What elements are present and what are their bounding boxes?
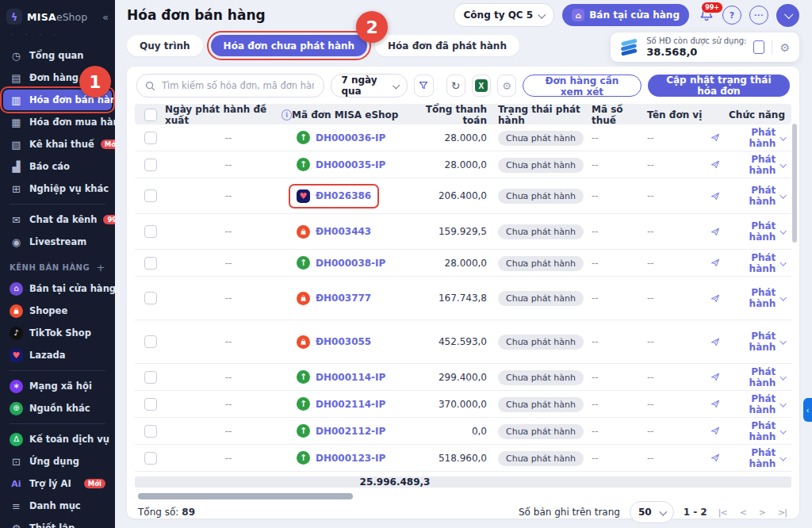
- tab-hoa-don-chua-phat-hanh[interactable]: Hóa đơn chưa phát hành2: [211, 35, 367, 56]
- chevron-down-icon: [538, 10, 546, 18]
- order-code-link[interactable]: DH002112-IP: [316, 426, 385, 437]
- sidebar-item-nguon-khac[interactable]: ⊕Nguồn khác: [3, 398, 112, 419]
- filter-button[interactable]: [414, 75, 433, 97]
- next-page-button[interactable]: >: [757, 507, 767, 518]
- store-icon: ⌂: [10, 282, 23, 296]
- sidebar-divider: [10, 423, 105, 424]
- sidebar-collapse-icon[interactable]: «: [102, 11, 109, 23]
- per-page-select[interactable]: 50: [630, 501, 674, 523]
- publish-action[interactable]: Phát hành: [710, 154, 785, 176]
- publish-action[interactable]: Phát hành: [710, 287, 785, 309]
- sidebar-item-ke-khai-thue[interactable]: ▧Kê khai thuếMới: [3, 134, 112, 155]
- sidebar-item-danh-muc[interactable]: ≡Danh mục: [3, 495, 112, 516]
- help-button[interactable]: ?: [722, 6, 741, 25]
- table-settings-button[interactable]: ⚙: [497, 75, 516, 97]
- order-code-link[interactable]: DH000123-IP: [316, 453, 385, 464]
- table-row[interactable]: -- ♥ĐH026386 206.400,0 Chưa phát hành --…: [135, 178, 791, 214]
- row-checkbox[interactable]: [144, 452, 157, 465]
- table-row[interactable]: -- ↑DH000035-IP 28.000,0 Chưa phát hành …: [135, 151, 791, 178]
- sidebar-item-nghiep-vu-khac[interactable]: ⊞Nghiệp vụ khác: [3, 178, 112, 199]
- sidebar-item-hoa-don-mua-hang[interactable]: ▦Hóa đơn mua hàng: [3, 112, 112, 132]
- sidebar-item-bao-cao[interactable]: ▟Báo cáo: [3, 156, 112, 177]
- store-channel-button[interactable]: ⌂ Bán tại cửa hàng: [562, 4, 689, 26]
- first-page-button[interactable]: |<: [717, 507, 729, 518]
- user-avatar-button[interactable]: [776, 4, 799, 27]
- table-row[interactable]: -- ↑DH000114-IP 299.400,0 Chưa phát hành…: [135, 364, 791, 391]
- publish-action[interactable]: Phát hành: [710, 366, 785, 388]
- publish-action[interactable]: Phát hành: [710, 252, 785, 274]
- vertical-scrollbar[interactable]: [792, 124, 797, 243]
- quota-settings-icon[interactable]: ⚙: [779, 41, 790, 54]
- publish-action[interactable]: Phát hành: [710, 447, 785, 469]
- order-code-link[interactable]: DH000038-IP: [316, 258, 385, 269]
- more-button[interactable]: ···: [749, 6, 768, 25]
- sidebar-item-hoa-don-ban-hang[interactable]: ▥Hóa đơn bán hàng1: [3, 90, 112, 110]
- sidebar-item-tong-quan[interactable]: ◷Tổng quan: [3, 45, 112, 66]
- date-range-select[interactable]: 7 ngày qua: [331, 74, 408, 98]
- order-code-link[interactable]: DH000036-IP: [316, 132, 385, 143]
- publish-action[interactable]: Phát hành: [710, 220, 785, 243]
- order-code-cell: ↑DH000036-IP: [292, 128, 390, 147]
- order-code-link[interactable]: ĐH003443: [316, 226, 371, 237]
- table-row[interactable]: -- ↑DH002112-IP 0,0 Chưa phát hành -- --…: [135, 418, 791, 445]
- last-page-button[interactable]: >|: [776, 507, 788, 518]
- publish-action[interactable]: Phát hành: [710, 185, 785, 207]
- sidebar-item-shopee[interactable]: Shopee: [3, 300, 112, 321]
- tab-hoa-don-da-phat-hanh[interactable]: Hóa đơn đã phát hành: [375, 35, 519, 56]
- company-select[interactable]: Công ty QC 5: [454, 3, 555, 27]
- order-code-link[interactable]: ĐH003777: [316, 293, 371, 304]
- sidebar-item-lazada[interactable]: ♥Lazada: [3, 345, 112, 365]
- select-all-checkbox[interactable]: [144, 109, 157, 121]
- row-checkbox[interactable]: [144, 257, 157, 270]
- table-row[interactable]: -- ↑DH000123-IP 518.960,0 Chưa phát hành…: [135, 445, 791, 472]
- export-excel-button[interactable]: X: [472, 75, 491, 97]
- table-row[interactable]: -- ĐH003443 159.929,5 Chưa phát hành -- …: [135, 214, 791, 250]
- sidebar-item-thiet-lap[interactable]: ⚙Thiết lập: [3, 518, 112, 528]
- sidebar-item-ung-dung[interactable]: ⊡Ứng dụng: [3, 451, 112, 472]
- review-orders-button[interactable]: Đơn hàng cần xem xét: [523, 75, 642, 97]
- publish-action[interactable]: Phát hành: [710, 127, 785, 149]
- order-code-link[interactable]: DH002114-IP: [316, 399, 385, 410]
- sidebar-item-tro-ly-ai[interactable]: AiTrợ lý AIMới: [3, 473, 112, 494]
- order-code-link[interactable]: ĐH003055: [316, 336, 371, 347]
- table-row[interactable]: -- ĐH003777 167.743,8 Chưa phát hành -- …: [135, 277, 791, 320]
- panel-collapse-tab[interactable]: ‹: [803, 398, 812, 422]
- refresh-button[interactable]: ↻: [446, 75, 465, 97]
- order-code-link[interactable]: ĐH026386: [316, 190, 371, 201]
- chevron-down-icon: [780, 134, 787, 140]
- row-checkbox[interactable]: [144, 371, 157, 384]
- table-row[interactable]: -- ↑DH000036-IP 28.000,0 Chưa phát hành …: [135, 124, 791, 151]
- search-input[interactable]: [160, 79, 316, 92]
- scrollbar-thumb[interactable]: [138, 493, 353, 499]
- sidebar-item-ke-toan-dich-vu[interactable]: ∆Kế toán dịch vụ: [3, 429, 112, 450]
- add-channel-icon[interactable]: +: [97, 262, 105, 274]
- table-row[interactable]: -- ↑DH000038-IP 28.000,0 Chưa phát hành …: [135, 250, 791, 277]
- row-checkbox[interactable]: [144, 132, 157, 144]
- order-code-link[interactable]: DH000114-IP: [316, 372, 385, 383]
- row-checkbox[interactable]: [144, 398, 157, 411]
- sidebar-item-livestream[interactable]: ◉Livestream: [3, 231, 112, 252]
- sidebar-item-chat-da-kenh[interactable]: ✉Chat đa kênh99+: [3, 209, 112, 230]
- publish-action[interactable]: Phát hành: [710, 331, 785, 353]
- row-checkbox[interactable]: [144, 159, 157, 171]
- row-checkbox[interactable]: [144, 189, 157, 202]
- row-checkbox[interactable]: [144, 225, 157, 238]
- table-row[interactable]: -- ↑DH002114-IP 370.000,0 Chưa phát hành…: [135, 391, 791, 418]
- row-checkbox[interactable]: [144, 292, 157, 304]
- notifications-button[interactable]: 99+: [699, 7, 714, 23]
- publish-action[interactable]: Phát hành: [710, 393, 785, 415]
- sidebar-item-ban-tai-cua-hang[interactable]: ⌂Bán tại cửa hàng: [3, 278, 112, 299]
- tab-quy-trinh[interactable]: Quy trình: [127, 35, 203, 56]
- table-row[interactable]: -- ĐH003055 452.593,0 Chưa phát hành -- …: [135, 320, 791, 364]
- sidebar-item-tiktok-shop[interactable]: ♪TikTok Shop: [3, 323, 112, 343]
- sidebar-item-mang-xa-hoi[interactable]: ∗Mạng xã hội: [3, 376, 112, 396]
- tax-code: --: [592, 426, 647, 437]
- row-checkbox[interactable]: [144, 425, 157, 438]
- row-checkbox[interactable]: [144, 335, 157, 348]
- order-code-link[interactable]: DH000035-IP: [316, 159, 385, 170]
- update-status-button[interactable]: Cập nhật trạng thái hóa đơn: [648, 75, 790, 97]
- document-icon[interactable]: [753, 40, 764, 54]
- search-box[interactable]: [136, 74, 324, 98]
- prev-page-button[interactable]: <: [738, 507, 748, 518]
- publish-action[interactable]: Phát hành: [710, 420, 785, 442]
